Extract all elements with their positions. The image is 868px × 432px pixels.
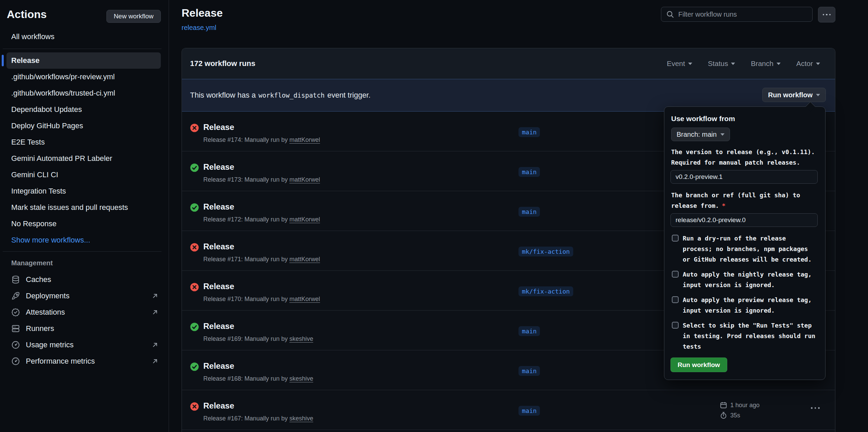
- management-section-label: Management: [11, 259, 53, 267]
- sidebar-workflow-item[interactable]: .github/workflows/pr-review.yml: [6, 69, 161, 85]
- sidebar-workflow-item[interactable]: Deploy GitHub Pages: [6, 118, 161, 134]
- run-title-link[interactable]: Release: [203, 400, 234, 411]
- show-more-workflows-link[interactable]: Show more workflows...: [6, 232, 161, 248]
- sidebar-workflow-item-selected[interactable]: Release: [6, 52, 161, 69]
- actor-link[interactable]: skeshive: [289, 335, 313, 342]
- external-link-icon: [151, 292, 159, 300]
- sidebar-management-item[interactable]: Attestations: [6, 304, 161, 320]
- runs-filter-actor[interactable]: Actor: [796, 60, 820, 68]
- workflow-file-link[interactable]: release.yml: [182, 24, 216, 32]
- sidebar-workflow-item[interactable]: Integration Tests: [6, 183, 161, 199]
- sidebar-item-all-workflows[interactable]: All workflows: [7, 30, 165, 44]
- run-title-link[interactable]: Release: [203, 321, 234, 332]
- sidebar-workflow-item[interactable]: Gemini CLI CI: [6, 167, 161, 183]
- run-workflow-submit-button[interactable]: Run workflow: [670, 358, 727, 372]
- branch-badge[interactable]: main: [518, 406, 540, 416]
- run-meta: 1 hour ago 35s: [720, 400, 760, 420]
- filter-workflow-runs-input[interactable]: [678, 10, 801, 19]
- checkbox[interactable]: [672, 271, 679, 278]
- run-description: Release #171: Manually run by mattKorwel: [203, 254, 320, 264]
- popover-checkbox-option: Run a dry-run of the releaseprocess; no …: [672, 233, 818, 265]
- sidebar-management-item[interactable]: Usage metrics: [6, 337, 161, 353]
- run-description: Release #172: Manually run by mattKorwel: [203, 215, 320, 224]
- sidebar-management-item[interactable]: Performance metrics: [6, 353, 161, 369]
- sidebar-workflow-item[interactable]: No Response: [6, 216, 161, 232]
- actor-link[interactable]: skeshive: [289, 415, 313, 422]
- rocket-icon: [11, 292, 20, 300]
- branch-badge[interactable]: mk/fix-action: [518, 286, 573, 296]
- sidebar-workflow-item[interactable]: Dependabot Updates: [6, 101, 161, 118]
- run-workflow-dropdown-button[interactable]: Run workflow: [762, 88, 826, 102]
- version-input[interactable]: [670, 170, 818, 184]
- branch-badge[interactable]: main: [518, 127, 540, 137]
- sidebar-workflow-item[interactable]: E2E Tests: [6, 134, 161, 150]
- branch-badge[interactable]: main: [518, 167, 540, 177]
- ref-input[interactable]: [670, 213, 818, 227]
- chevron-down-icon: [688, 63, 692, 65]
- check-circle-fill-icon: [190, 163, 199, 172]
- run-title-link[interactable]: Release: [203, 361, 234, 371]
- sidebar-management-item[interactable]: Caches: [6, 271, 161, 288]
- popover-checkbox-groups: Run a dry-run of the releaseprocess; no …: [672, 233, 818, 356]
- database-icon: [11, 275, 20, 284]
- required-asterisk: *: [722, 202, 726, 209]
- actions-sidebar: Actions New workflow All workflows Relea…: [0, 0, 169, 432]
- x-circle-fill-icon: [190, 243, 199, 252]
- sidebar-workflow-item[interactable]: Gemini Automated PR Labeler: [6, 150, 161, 167]
- sidebar-divider: [3, 251, 161, 252]
- runs-filter-status[interactable]: Status: [708, 60, 735, 68]
- runs-filter-branch[interactable]: Branch: [751, 60, 781, 68]
- chevron-down-icon: [720, 133, 725, 136]
- branch-selector-button[interactable]: Branch: main: [671, 128, 730, 141]
- workflow-options-kebab-button[interactable]: [818, 7, 835, 22]
- run-options-kebab-button[interactable]: [811, 407, 820, 409]
- run-title-link[interactable]: Release: [203, 241, 234, 252]
- runs-filter-event[interactable]: Event: [667, 60, 692, 68]
- actor-link[interactable]: skeshive: [289, 375, 313, 382]
- verified-icon: [11, 308, 20, 317]
- management-list: Caches Deployments Attestations Runners: [6, 271, 161, 369]
- stopwatch-icon: [720, 412, 727, 419]
- new-workflow-button[interactable]: New workflow: [106, 10, 161, 23]
- run-title-link[interactable]: Release: [203, 281, 234, 292]
- sidebar-management-item[interactable]: Deployments: [6, 288, 161, 304]
- actor-link[interactable]: mattKorwel: [289, 296, 320, 302]
- external-link-icon: [151, 358, 159, 365]
- x-circle-fill-icon: [190, 402, 199, 411]
- page-title: Release: [182, 7, 223, 19]
- actor-link[interactable]: mattKorwel: [289, 176, 320, 183]
- branch-badge[interactable]: main: [518, 366, 540, 376]
- run-duration: 35s: [730, 412, 740, 419]
- banner-text: This workflow has aworkflow_dispatcheven…: [190, 91, 371, 100]
- filter-workflow-runs-box[interactable]: [661, 7, 813, 22]
- runs-filters: Event Status Branch Actor: [667, 48, 820, 79]
- run-title-link[interactable]: Release: [203, 122, 234, 133]
- checkbox[interactable]: [672, 322, 679, 329]
- workflow-run-row[interactable]: Release Release #167: Manually run by sk…: [182, 390, 835, 430]
- checkbox[interactable]: [672, 235, 679, 242]
- checkbox-label: Select to skip the "Run Tests" stepin te…: [683, 320, 815, 352]
- run-workflow-popover: Use workflow from Branch: main The versi…: [664, 106, 826, 380]
- sidebar-divider: [3, 49, 161, 49]
- branch-badge[interactable]: main: [518, 326, 540, 336]
- workflow-list: Release .github/workflows/pr-review.yml …: [6, 52, 161, 248]
- chevron-down-icon: [816, 63, 820, 65]
- actor-link[interactable]: mattKorwel: [289, 136, 320, 143]
- sidebar-workflow-item[interactable]: .github/workflows/trusted-ci.yml: [6, 85, 161, 101]
- checkbox[interactable]: [672, 296, 679, 303]
- sidebar-workflow-item[interactable]: Mark stale issues and pull requests: [6, 199, 161, 216]
- popover-checkbox-option: Auto apply the preview release tag,input…: [672, 295, 818, 316]
- branch-badge[interactable]: main: [518, 207, 540, 217]
- run-description: Release #174: Manually run by mattKorwel: [203, 135, 320, 145]
- sidebar-management-item[interactable]: Runners: [6, 320, 161, 337]
- branch-badge[interactable]: mk/fix-action: [518, 247, 573, 256]
- run-title-link[interactable]: Release: [203, 162, 234, 172]
- workflow-dispatch-code: workflow_dispatch: [258, 92, 324, 99]
- actor-link[interactable]: mattKorwel: [289, 216, 320, 223]
- run-description: Release #173: Manually run by mattKorwel: [203, 175, 320, 184]
- sidebar-title: Actions: [7, 8, 47, 21]
- checkbox-label: Run a dry-run of the releaseprocess; no …: [683, 233, 812, 265]
- run-title-link[interactable]: Release: [203, 201, 234, 212]
- chevron-down-icon: [816, 94, 820, 96]
- actor-link[interactable]: mattKorwel: [289, 256, 320, 263]
